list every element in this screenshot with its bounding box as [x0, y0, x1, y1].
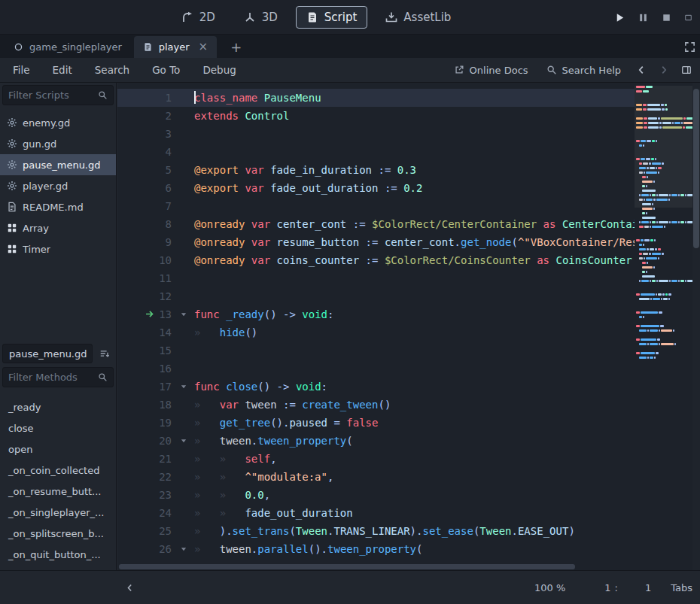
- code-line-11[interactable]: 11: [117, 269, 635, 287]
- code-line-4[interactable]: 4: [117, 143, 635, 161]
- fold-arrow-icon[interactable]: [180, 545, 187, 553]
- line-gutter[interactable]: 6: [117, 179, 194, 197]
- line-gutter[interactable]: 25: [117, 522, 194, 540]
- menu-edit[interactable]: Edit: [44, 61, 81, 79]
- code-line-16[interactable]: 16: [117, 360, 635, 378]
- script-item-Array[interactable]: Array: [0, 217, 116, 238]
- method-item[interactable]: _on_splitscreen_b...: [0, 523, 116, 544]
- movie-maker-button[interactable]: [684, 14, 692, 22]
- script-item-Timer[interactable]: Timer: [0, 238, 116, 260]
- method-item[interactable]: _on_coin_collected: [0, 460, 116, 481]
- code-line-20[interactable]: 20»tween.tween_property(: [117, 432, 635, 450]
- line-gutter[interactable]: 18: [117, 396, 194, 414]
- tab-game_singleplayer[interactable]: game_singleplayer: [5, 36, 131, 58]
- minimap[interactable]: [635, 83, 692, 563]
- method-item[interactable]: _ready: [0, 396, 116, 417]
- method-item[interactable]: close: [0, 417, 116, 439]
- line-gutter[interactable]: 22: [117, 468, 194, 486]
- line-gutter[interactable]: 1: [117, 89, 194, 107]
- code-line-6[interactable]: 6@export var fade_out_duration := 0.2: [117, 179, 635, 197]
- code-line-25[interactable]: 25»).set_trans(Tween.TRANS_LINEAR).set_e…: [117, 522, 635, 540]
- menu-debug[interactable]: Debug: [194, 61, 244, 79]
- line-gutter[interactable]: 14: [117, 323, 194, 341]
- filter-scripts-input[interactable]: [8, 90, 98, 101]
- history-back-button[interactable]: [632, 61, 650, 79]
- line-gutter[interactable]: 9: [117, 233, 194, 251]
- code-line-15[interactable]: 15: [117, 341, 635, 360]
- method-item[interactable]: _on_singleplayer_...: [0, 502, 116, 523]
- menu-search[interactable]: Search: [87, 61, 138, 79]
- code-line-1[interactable]: 1class_name PauseMenu: [117, 89, 635, 107]
- code-line-27[interactable]: 27»»center_cont,: [117, 558, 635, 563]
- code-line-24[interactable]: 24»»fade_out_duration: [117, 504, 635, 522]
- line-gutter[interactable]: 17: [117, 378, 194, 396]
- mode-button-2d[interactable]: 2D: [171, 6, 226, 29]
- tab-player[interactable]: player×: [134, 36, 217, 58]
- line-gutter[interactable]: 26: [117, 540, 194, 558]
- indent-mode[interactable]: Tabs: [671, 582, 692, 593]
- mode-button-3d[interactable]: 3D: [233, 6, 288, 29]
- close-tab-button[interactable]: ×: [199, 41, 208, 53]
- code-line-12[interactable]: 12: [117, 287, 635, 305]
- line-gutter[interactable]: 24: [117, 504, 194, 522]
- distraction-free-button[interactable]: [684, 36, 695, 58]
- line-gutter[interactable]: 13: [117, 305, 194, 323]
- script-item-pause_menu.gd[interactable]: pause_menu.gd: [0, 154, 116, 175]
- code-line-19[interactable]: 19»get_tree().paused = false: [117, 414, 635, 432]
- fold-arrow-icon[interactable]: [180, 383, 187, 390]
- code-line-23[interactable]: 23»»0.0,: [117, 486, 635, 504]
- code-line-21[interactable]: 21»»self,: [117, 450, 635, 468]
- line-gutter[interactable]: 16: [117, 360, 194, 378]
- code-line-10[interactable]: 10@onready var coins_counter := $ColorRe…: [117, 251, 635, 269]
- code-editor[interactable]: 1class_name PauseMenu2extends Control345…: [117, 83, 700, 570]
- code-line-8[interactable]: 8@onready var center_cont := $ColorRect/…: [117, 215, 635, 233]
- horizontal-scrollbar-thumb[interactable]: [119, 564, 575, 569]
- line-gutter[interactable]: 20: [117, 432, 194, 450]
- vertical-scrollbar[interactable]: [692, 83, 700, 570]
- method-item[interactable]: _on_resume_butt...: [0, 481, 116, 502]
- line-gutter[interactable]: 15: [117, 341, 194, 360]
- line-gutter[interactable]: 7: [117, 197, 194, 215]
- code-line-9[interactable]: 9@onready var resume_button := center_co…: [117, 233, 635, 251]
- code-line-14[interactable]: 14»hide(): [117, 323, 635, 341]
- new-tab-button[interactable]: +: [224, 36, 248, 58]
- vertical-scrollbar-thumb[interactable]: [693, 89, 699, 248]
- code-line-18[interactable]: 18»var tween := create_tween(): [117, 396, 635, 414]
- code-line-26[interactable]: 26»tween.parallel().tween_property(: [117, 540, 635, 558]
- horizontal-scrollbar[interactable]: [117, 563, 635, 570]
- code-line-17[interactable]: 17func close() -> void:: [117, 378, 635, 396]
- code-line-5[interactable]: 5@export var fade_in_duration := 0.3: [117, 161, 635, 179]
- line-gutter[interactable]: 8: [117, 215, 194, 233]
- toggle-scripts-panel-button[interactable]: [120, 578, 138, 596]
- online-docs-button[interactable]: Online Docs: [447, 62, 535, 79]
- code-line-13[interactable]: 13func _ready() -> void:: [117, 305, 635, 323]
- menu-file[interactable]: File: [5, 61, 38, 79]
- filter-methods-input[interactable]: [8, 372, 98, 383]
- code-line-3[interactable]: 3: [117, 125, 635, 143]
- script-item-README.md[interactable]: README.md: [0, 196, 116, 217]
- script-item-gun.gd[interactable]: gun.gd: [0, 133, 116, 154]
- fold-arrow-icon[interactable]: [180, 311, 187, 318]
- mode-button-assetlib[interactable]: AssetLib: [375, 6, 461, 29]
- line-gutter[interactable]: 2: [117, 107, 194, 125]
- line-gutter[interactable]: 3: [117, 125, 194, 143]
- line-gutter[interactable]: 11: [117, 269, 194, 287]
- line-gutter[interactable]: 12: [117, 287, 194, 305]
- script-item-enemy.gd[interactable]: enemy.gd: [0, 112, 116, 133]
- play-button[interactable]: [614, 12, 625, 23]
- mode-button-script[interactable]: Script: [296, 6, 368, 29]
- stop-button[interactable]: [661, 12, 672, 23]
- code-line-22[interactable]: 22»»^"modulate:a",: [117, 468, 635, 486]
- pause-button[interactable]: [638, 12, 649, 23]
- method-item[interactable]: _on_quit_button_...: [0, 544, 116, 565]
- history-forward-button[interactable]: [655, 61, 673, 79]
- line-gutter[interactable]: 23: [117, 486, 194, 504]
- code-line-7[interactable]: 7: [117, 197, 635, 215]
- fold-arrow-icon[interactable]: [180, 437, 187, 445]
- line-gutter[interactable]: 19: [117, 414, 194, 432]
- search-help-button[interactable]: Search Help: [540, 62, 628, 79]
- line-gutter[interactable]: 27: [117, 558, 194, 563]
- line-gutter[interactable]: 21: [117, 450, 194, 468]
- code-line-2[interactable]: 2extends Control: [117, 107, 635, 125]
- line-gutter[interactable]: 5: [117, 161, 194, 179]
